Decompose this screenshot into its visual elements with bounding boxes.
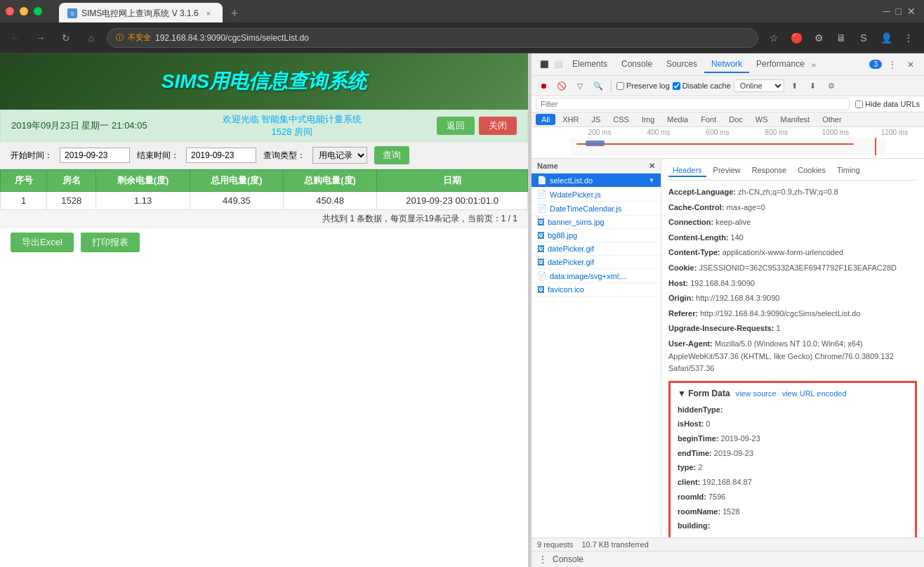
view-url-encoded-link[interactable]: view URL encoded xyxy=(782,389,847,398)
back-btn[interactable]: 返回 xyxy=(437,117,475,135)
file-item-datePicker2[interactable]: 🖼 datePicker.gif xyxy=(532,256,661,269)
preserve-log-check[interactable] xyxy=(616,82,624,90)
tab-timing[interactable]: Timing xyxy=(833,164,864,177)
home-btn[interactable]: ⌂ xyxy=(81,28,101,48)
window-controls[interactable] xyxy=(6,7,42,15)
filter-xhr[interactable]: XHR xyxy=(557,114,584,125)
record-btn[interactable]: ⏺ xyxy=(536,78,551,93)
tab-headers[interactable]: Headers xyxy=(668,164,706,177)
tab-performance[interactable]: Performance xyxy=(749,56,812,73)
settings-icon[interactable]: ⋮ xyxy=(885,57,900,72)
form-data-section: ▼ Form Data view source view URL encoded… xyxy=(668,381,917,537)
tab-close-btn[interactable]: × xyxy=(203,8,214,19)
filter-all[interactable]: All xyxy=(536,114,555,125)
minimize-window-btn[interactable] xyxy=(20,7,28,15)
tab-preview[interactable]: Preview xyxy=(709,164,745,177)
disable-cache-check[interactable] xyxy=(673,82,680,90)
name-panel: Name ✕ 📄 selectList.do ▼ 📄 WdatePicker.j… xyxy=(532,159,661,537)
preserve-log-checkbox[interactable]: Preserve log xyxy=(616,82,670,90)
extension-btn4[interactable]: S xyxy=(854,28,873,48)
clear-btn[interactable]: 🚫 xyxy=(554,78,569,93)
query-type-select[interactable]: 用电记录 购电记录 xyxy=(312,147,367,164)
file-item-wdatePicker[interactable]: 📄 WdatePicker.js xyxy=(532,188,661,202)
devtools-tabs-row: ⬛ ⬜ Elements Console Sources Network Per… xyxy=(532,53,924,76)
cell-total-purchased: 450.48 xyxy=(283,192,376,210)
info-btns: 返回 关闭 xyxy=(437,117,517,135)
extension-btn3[interactable]: 🖥 xyxy=(831,28,851,48)
close-window-btn[interactable] xyxy=(6,7,14,15)
devtools-expand-icon[interactable]: ⋮ xyxy=(539,554,547,564)
panel-toggle[interactable]: ⬛ xyxy=(537,60,551,68)
filter-ws[interactable]: WS xyxy=(750,114,774,125)
tl-1200: 1200 ms xyxy=(865,129,924,136)
close-panel-btn[interactable]: ✕ xyxy=(649,162,655,171)
file-item-datePicker1[interactable]: 🖼 datePicker.gif xyxy=(532,242,661,256)
start-date-input[interactable] xyxy=(60,148,130,163)
filter-doc[interactable]: Doc xyxy=(723,114,748,125)
filter-css[interactable]: CSS xyxy=(607,114,635,125)
tab-elements[interactable]: Elements xyxy=(565,56,614,73)
view-source-link[interactable]: view source xyxy=(736,389,777,398)
close-devtools-icon[interactable]: ✕ xyxy=(903,57,918,72)
table-footer: 共找到 1 条数据，每页显示19条记录，当前页：1 / 1 xyxy=(0,210,528,228)
end-date-input[interactable] xyxy=(186,148,256,163)
filter-js[interactable]: JS xyxy=(586,114,606,125)
search-network-btn[interactable]: 🔍 xyxy=(590,78,606,93)
file-item-favicon[interactable]: 🖼 favicon.ico xyxy=(532,283,661,296)
form-data-header: ▼ Form Data view source view URL encoded xyxy=(678,389,908,398)
network-footer: 9 requests 10.7 KB transferred xyxy=(532,537,924,551)
file-item-bg88[interactable]: 🖼 bg88.jpg xyxy=(532,229,661,242)
tab-network[interactable]: Network xyxy=(704,56,749,73)
file-item-selectList[interactable]: 📄 selectList.do ▼ xyxy=(532,174,661,188)
tab-response[interactable]: Response xyxy=(748,164,791,177)
new-tab-btn[interactable]: + xyxy=(225,4,244,24)
filter-input[interactable] xyxy=(536,98,850,110)
filter-media[interactable]: Media xyxy=(661,114,694,125)
maximize-window-btn[interactable] xyxy=(34,7,42,15)
refresh-btn[interactable]: ↻ xyxy=(56,28,76,48)
filter-manifest[interactable]: Manifest xyxy=(775,114,816,125)
file-item-svg[interactable]: 📄 data:image/svg+xml;... xyxy=(532,269,661,283)
filter-icon[interactable]: ▽ xyxy=(572,78,588,93)
bookmark-btn[interactable]: ☆ xyxy=(764,28,784,48)
print-btn[interactable]: 打印报表 xyxy=(81,233,140,252)
disable-cache-checkbox[interactable]: Disable cache xyxy=(673,82,731,90)
filter-other[interactable]: Other xyxy=(817,114,847,125)
settings-network-icon[interactable]: ⚙ xyxy=(824,78,839,93)
forward-btn[interactable]: → xyxy=(31,28,51,48)
form-row-hiddenType: hiddenType: xyxy=(678,403,908,417)
header-cookie: Cookie: JSESSIONID=362C95332A3EF6947792F… xyxy=(668,261,917,276)
avatar-btn[interactable]: 👤 xyxy=(876,28,896,48)
download-icon[interactable]: ⬇ xyxy=(805,78,821,93)
minimize-icon[interactable]: ─ xyxy=(883,6,890,17)
file-item-dateTimeCalendar[interactable]: 📄 DateTimeCalendar.js xyxy=(532,202,661,216)
close-btn[interactable]: 关闭 xyxy=(479,117,517,135)
menu-btn[interactable]: ⋮ xyxy=(899,28,918,48)
filter-font[interactable]: Font xyxy=(695,114,722,125)
details-tabs: Headers Preview Response Cookies Timing xyxy=(668,164,917,181)
panel-toggle2[interactable]: ⬜ xyxy=(551,60,565,68)
back-btn[interactable]: ← xyxy=(6,28,25,48)
tab-console[interactable]: Console xyxy=(614,56,659,73)
throttle-select[interactable]: Online Fast 3G Slow 3G Offline xyxy=(734,79,784,92)
upload-icon[interactable]: ⬆ xyxy=(787,78,803,93)
form-row-isHost: isHost: 0 xyxy=(678,417,908,431)
tab-sources[interactable]: Sources xyxy=(659,56,704,73)
extension-btn2[interactable]: ⚙ xyxy=(809,28,829,48)
hide-data-urls-label[interactable]: Hide data URLs xyxy=(855,100,920,108)
filter-img[interactable]: Img xyxy=(636,114,660,125)
pagination-info: 共找到 1 条数据，每页显示19条记录，当前页：1 / 1 xyxy=(322,214,517,223)
close-icon[interactable]: ✕ xyxy=(907,6,916,17)
active-tab[interactable]: S SIMS电控网上查询系统 V 3.1.6 × xyxy=(59,3,223,24)
cell-room: 1528 xyxy=(47,192,96,210)
data-table: 序号 房名 剩余电量(度) 总用电量(度) 总购电量(度) 日期 1 1528 … xyxy=(0,169,528,210)
more-tabs-btn[interactable]: » xyxy=(812,60,816,69)
export-excel-btn[interactable]: 导出Excel xyxy=(11,233,74,252)
file-item-banner[interactable]: 🖼 banner_sims.jpg xyxy=(532,216,661,229)
tab-cookies[interactable]: Cookies xyxy=(793,164,830,177)
url-bar[interactable]: ⓘ 不安全 192.168.84.3:9090/cgcSims/selectLi… xyxy=(107,28,758,48)
hide-data-urls-check[interactable] xyxy=(855,100,863,108)
extension-btn1[interactable]: 🔴 xyxy=(786,28,806,48)
query-btn[interactable]: 查询 xyxy=(374,146,409,164)
maximize-icon[interactable]: □ xyxy=(896,6,902,17)
